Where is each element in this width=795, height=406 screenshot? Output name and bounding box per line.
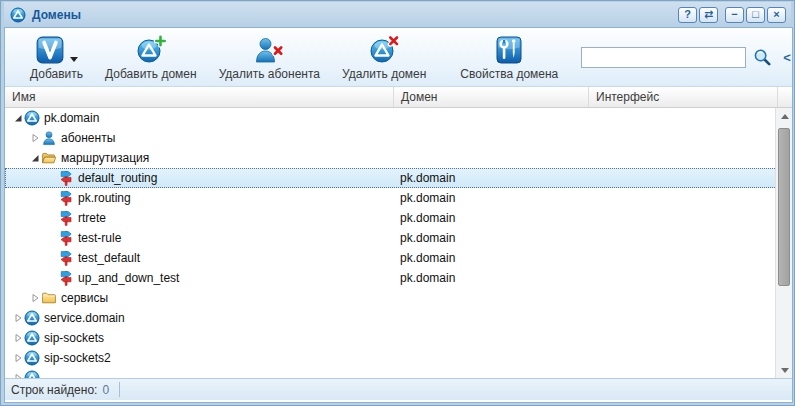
- expander-expanded-icon[interactable]: [28, 153, 41, 163]
- row-domain: pk.domain: [393, 268, 588, 288]
- route-icon: [58, 250, 74, 266]
- row-label: pk.domain: [44, 111, 103, 125]
- tree-row[interactable]: sip-sockets2: [5, 348, 777, 368]
- refresh-button[interactable]: ⇄: [699, 7, 718, 23]
- minimize-button[interactable]: −: [725, 7, 744, 23]
- route-icon: [58, 230, 74, 246]
- tree-row[interactable]: service.domain: [5, 308, 777, 328]
- row-domain: pk.domain: [393, 208, 588, 228]
- domain-add-icon: [136, 35, 166, 65]
- row-name-cell: pk.domain: [5, 108, 393, 128]
- row-label: up_and_down_test: [78, 271, 183, 285]
- domain-icon: [24, 370, 40, 378]
- tree-row[interactable]: сервисы: [5, 288, 777, 308]
- row-domain: [393, 108, 588, 128]
- folder-closed-icon: [41, 290, 57, 306]
- vertical-scrollbar[interactable]: [775, 108, 792, 378]
- subscriber-delete-icon: [254, 35, 284, 65]
- expander-collapsed-icon[interactable]: [28, 133, 41, 143]
- expander-collapsed-icon[interactable]: [11, 353, 24, 363]
- expander-collapsed-icon[interactable]: [11, 333, 24, 343]
- row-domain: [393, 148, 588, 168]
- domain-icon: [24, 350, 40, 366]
- domain-icon: [24, 310, 40, 326]
- tree-table: pk.domainабонентымаршрутизацияdefault_ro…: [5, 108, 792, 378]
- scroll-down-button[interactable]: [776, 362, 792, 378]
- window-title: Домены: [32, 8, 81, 22]
- row-label: sip-sockets: [44, 331, 108, 345]
- close-button[interactable]: ×: [767, 7, 786, 23]
- delete-subscriber-button[interactable]: Удалить абонента: [209, 32, 330, 83]
- tree-row[interactable]: pk.routingpk.domain: [5, 188, 777, 208]
- expander-collapsed-icon[interactable]: [11, 373, 24, 378]
- row-domain: [393, 328, 588, 348]
- row-interface: [588, 308, 777, 328]
- row-name-cell: up_and_down_test: [5, 268, 393, 288]
- find-prev-button[interactable]: <: [783, 50, 791, 65]
- grid-header: Имя Домен Интерфейс: [5, 87, 792, 108]
- arrow-down-icon: [781, 368, 789, 373]
- tree-row[interactable]: test-rulepk.domain: [5, 228, 777, 248]
- help-button[interactable]: ?: [678, 7, 697, 23]
- row-interface: [588, 328, 777, 348]
- column-header-domain[interactable]: Домен: [393, 87, 588, 107]
- tree-row[interactable]: up_and_down_testpk.domain: [5, 268, 777, 288]
- row-label: rtrete: [78, 211, 110, 225]
- subscribers-icon: [41, 130, 57, 146]
- status-separator: [119, 382, 120, 397]
- row-label: маршрутизация: [61, 151, 153, 165]
- main-panel: ДобавитьДобавить доменУдалить абонентаУд…: [4, 27, 793, 403]
- column-header-name[interactable]: Имя: [5, 87, 393, 107]
- domain-icon: [24, 330, 40, 346]
- row-name-cell: test_default: [5, 248, 393, 268]
- add-domain-button[interactable]: Добавить домен: [95, 32, 207, 83]
- expander-collapsed-icon[interactable]: [28, 293, 41, 303]
- row-name-cell: service.domain: [5, 308, 393, 328]
- maximize-button[interactable]: □: [746, 7, 765, 23]
- tree-row[interactable]: [5, 368, 777, 378]
- add-button[interactable]: Добавить: [20, 32, 93, 83]
- toolbar: ДобавитьДобавить доменУдалить абонентаУд…: [5, 28, 792, 87]
- scroll-up-button[interactable]: [776, 108, 792, 124]
- tree-row[interactable]: маршрутизация: [5, 148, 777, 168]
- row-domain: [393, 348, 588, 368]
- expander-collapsed-icon[interactable]: [11, 313, 24, 323]
- route-icon: [58, 190, 74, 206]
- tree-row[interactable]: sip-sockets: [5, 328, 777, 348]
- row-name-cell: default_routing: [5, 168, 393, 188]
- tree-row[interactable]: default_routingpk.domain: [5, 168, 777, 188]
- domain-properties-icon: [494, 35, 524, 65]
- expander-expanded-icon[interactable]: [11, 113, 24, 123]
- row-interface: [588, 208, 777, 228]
- folder-open-icon: [41, 150, 57, 166]
- tree-row[interactable]: rtretepk.domain: [5, 208, 777, 228]
- delete-domain-button[interactable]: Удалить домен: [332, 32, 436, 83]
- v-add-icon: [35, 35, 65, 65]
- row-name-cell: [5, 368, 393, 378]
- row-label: pk.routing: [78, 191, 135, 205]
- scrollbar-thumb[interactable]: [778, 128, 790, 286]
- row-name-cell: абоненты: [5, 128, 393, 148]
- dropdown-arrow-icon[interactable]: [70, 57, 78, 62]
- domain-properties-button[interactable]: Свойства домена: [450, 32, 568, 83]
- row-domain: [393, 308, 588, 328]
- row-domain: [393, 128, 588, 148]
- window-controls: ? ⇄ − □ ×: [678, 7, 786, 23]
- row-name-cell: rtrete: [5, 208, 393, 228]
- toolbar-button-label: Удалить домен: [342, 67, 426, 81]
- search-input[interactable]: [581, 47, 746, 68]
- status-label: Строк найдено:: [11, 383, 97, 397]
- row-name-cell: маршрутизация: [5, 148, 393, 168]
- tree-row[interactable]: абоненты: [5, 128, 777, 148]
- toolbar-button-label: Добавить домен: [105, 67, 197, 81]
- titlebar[interactable]: Домены ? ⇄ − □ ×: [4, 2, 791, 27]
- row-label: сервисы: [61, 291, 112, 305]
- row-interface: [588, 168, 777, 188]
- row-name-cell: сервисы: [5, 288, 393, 308]
- tree-row[interactable]: pk.domain: [5, 108, 777, 128]
- search-icon[interactable]: [753, 48, 771, 66]
- tree-row[interactable]: test_defaultpk.domain: [5, 248, 777, 268]
- route-icon: [58, 170, 74, 186]
- toolbar-button-label: Удалить абонента: [219, 67, 320, 81]
- column-header-interface[interactable]: Интерфейс: [588, 87, 777, 107]
